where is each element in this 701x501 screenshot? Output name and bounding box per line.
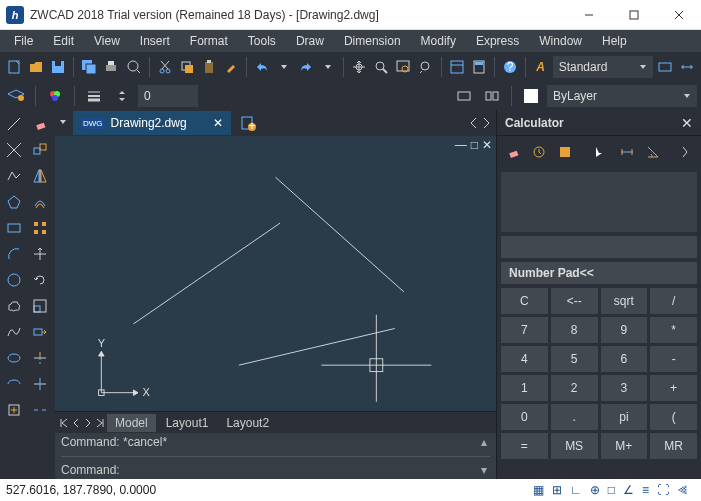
pan-icon[interactable]	[349, 55, 369, 79]
calc-key-8[interactable]: 8	[551, 317, 598, 343]
calc-key-5[interactable]: 5	[551, 346, 598, 372]
calc-history-icon[interactable]	[527, 140, 551, 164]
calc-paste-icon[interactable]	[553, 140, 577, 164]
copy-icon[interactable]	[177, 55, 197, 79]
vp-close-icon[interactable]: ✕	[482, 138, 492, 152]
layer-icon[interactable]	[4, 84, 28, 108]
layout-first[interactable]	[59, 418, 69, 428]
lwt-icon[interactable]: ≡	[642, 483, 649, 497]
calc-key-7[interactable]: 7	[501, 317, 548, 343]
trim-icon[interactable]	[28, 346, 52, 370]
layout-tab-1[interactable]: Layout1	[158, 414, 217, 432]
menu-express[interactable]: Express	[466, 31, 529, 51]
close-button[interactable]	[656, 0, 701, 30]
calc-section-header[interactable]: Number Pad<<	[501, 262, 697, 284]
layout-prev[interactable]	[71, 418, 81, 428]
help-icon[interactable]: ?	[500, 55, 520, 79]
calc-clear-icon[interactable]	[501, 140, 525, 164]
extend-icon[interactable]	[28, 372, 52, 396]
minimize-button[interactable]	[566, 0, 611, 30]
scale-icon[interactable]	[28, 294, 52, 318]
calc-key-mr[interactable]: MR	[650, 433, 697, 459]
calc-key-div[interactable]: /	[650, 288, 697, 314]
color-icon[interactable]	[43, 84, 67, 108]
layer-select[interactable]: ByLayer	[547, 85, 697, 107]
otrack-icon[interactable]: ∠	[623, 483, 634, 497]
style-btn1[interactable]	[655, 55, 675, 79]
array-icon[interactable]	[28, 216, 52, 240]
linetype-icon[interactable]	[452, 84, 476, 108]
menu-modify[interactable]: Modify	[411, 31, 466, 51]
polar-icon[interactable]: ⊕	[590, 483, 600, 497]
calc-display[interactable]	[501, 172, 697, 232]
ortho-icon[interactable]: ∟	[570, 483, 582, 497]
menu-tools[interactable]: Tools	[238, 31, 286, 51]
zoomwin-icon[interactable]	[393, 55, 413, 79]
menu-edit[interactable]: Edit	[43, 31, 84, 51]
calc-dist-icon[interactable]	[615, 140, 639, 164]
preview-icon[interactable]	[123, 55, 143, 79]
layout-next[interactable]	[83, 418, 93, 428]
text-style-select[interactable]: Standard	[553, 56, 653, 78]
calc-key-2[interactable]: 2	[551, 375, 598, 401]
save-icon[interactable]	[48, 55, 68, 79]
move-icon[interactable]	[28, 242, 52, 266]
calc-key-ms[interactable]: MS	[551, 433, 598, 459]
tab-prev[interactable]	[468, 116, 480, 130]
circle-icon[interactable]	[2, 268, 26, 292]
layercolor-icon[interactable]	[519, 84, 543, 108]
calc-key-4[interactable]: 4	[501, 346, 548, 372]
dropdown-icon[interactable]	[274, 55, 294, 79]
layout-last[interactable]	[95, 418, 105, 428]
calc-key-3[interactable]: 3	[601, 375, 648, 401]
zoomprev-icon[interactable]	[416, 55, 436, 79]
calc-key-1[interactable]: 1	[501, 375, 548, 401]
spline-icon[interactable]	[2, 320, 26, 344]
style-btn2[interactable]	[677, 55, 697, 79]
doc-tab-close[interactable]: ✕	[213, 116, 223, 130]
menu-draw[interactable]: Draw	[286, 31, 334, 51]
dropdown-icon[interactable]	[318, 55, 338, 79]
calc-key-6[interactable]: 6	[601, 346, 648, 372]
layout-tab-model[interactable]: Model	[107, 414, 156, 432]
model-icon[interactable]: ⛶	[657, 483, 669, 497]
calc-key-dot[interactable]: .	[551, 404, 598, 430]
mirror-icon[interactable]	[28, 164, 52, 188]
calc-key-mul[interactable]: *	[650, 317, 697, 343]
vp-max-icon[interactable]: □	[471, 138, 478, 152]
rect-icon[interactable]	[2, 216, 26, 240]
cut-icon[interactable]	[154, 55, 174, 79]
calc-more-icon[interactable]	[673, 140, 697, 164]
pline-icon[interactable]	[2, 164, 26, 188]
menu-insert[interactable]: Insert	[130, 31, 180, 51]
insert-icon[interactable]	[2, 398, 26, 422]
lineweight-icon[interactable]	[82, 84, 106, 108]
match-icon[interactable]	[221, 55, 241, 79]
calc-key-pi[interactable]: pi	[601, 404, 648, 430]
ellipse-icon[interactable]	[2, 346, 26, 370]
menu-file[interactable]: File	[4, 31, 43, 51]
rotate-icon[interactable]	[28, 268, 52, 292]
folder-icon[interactable]	[26, 55, 46, 79]
menu-dimension[interactable]: Dimension	[334, 31, 411, 51]
ellipsearc-icon[interactable]	[2, 372, 26, 396]
copy-icon[interactable]	[28, 138, 52, 162]
menu-window[interactable]: Window	[529, 31, 592, 51]
calc-key-sub[interactable]: -	[650, 346, 697, 372]
calc-key-back[interactable]: <--	[551, 288, 598, 314]
properties-icon[interactable]	[446, 55, 466, 79]
grid-icon[interactable]: ⊞	[552, 483, 562, 497]
arc-icon[interactable]	[2, 242, 26, 266]
cmd-scroll-down[interactable]: ▾	[476, 463, 492, 477]
calc-key-eq[interactable]: =	[501, 433, 548, 459]
calc-key-paren[interactable]: (	[650, 404, 697, 430]
menu-format[interactable]: Format	[180, 31, 238, 51]
xline-icon[interactable]	[2, 138, 26, 162]
linetype2-icon[interactable]	[480, 84, 504, 108]
revcloud-icon[interactable]	[2, 294, 26, 318]
vp-min-icon[interactable]: —	[455, 138, 467, 152]
polygon-icon[interactable]	[2, 190, 26, 214]
offset-icon[interactable]	[28, 190, 52, 214]
calc-close-icon[interactable]: ✕	[681, 115, 693, 131]
calc-key-c[interactable]: C	[501, 288, 548, 314]
